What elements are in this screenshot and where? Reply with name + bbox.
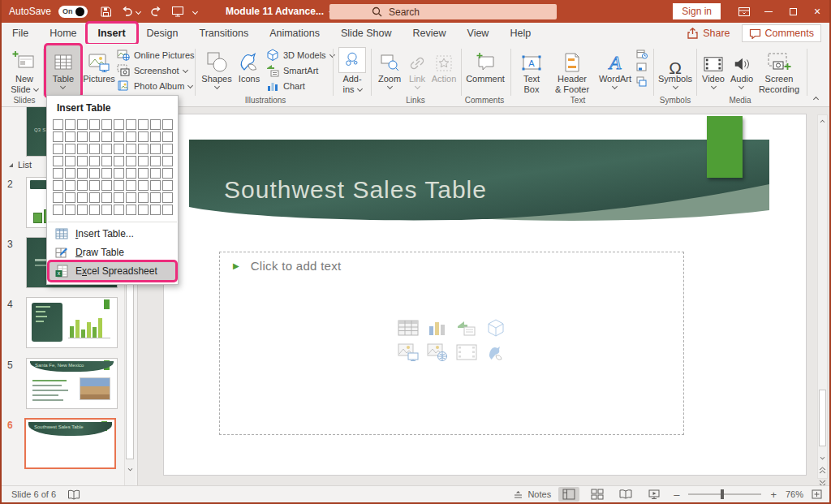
table-grid-cell[interactable] (89, 180, 100, 191)
table-grid-cell[interactable] (138, 156, 149, 166)
text-box-button[interactable]: A TextBox (515, 45, 548, 96)
tab-view[interactable]: View (457, 24, 500, 43)
zoom-slider[interactable] (688, 493, 761, 495)
notes-toggle[interactable]: Notes (513, 489, 551, 499)
table-grid-cell[interactable] (89, 156, 100, 166)
pictures-button[interactable]: Pictures (83, 45, 115, 96)
insert-video-placeholder-icon[interactable] (456, 343, 477, 361)
table-grid-cell[interactable] (65, 131, 75, 142)
table-grid-cell[interactable] (89, 144, 100, 154)
table-grid-cell[interactable] (89, 205, 100, 215)
table-grid-cell[interactable] (114, 180, 124, 191)
scrollbar-thumb[interactable] (819, 390, 826, 446)
table-grid-cell[interactable] (101, 168, 112, 179)
table-grid-cell[interactable] (126, 168, 136, 179)
table-grid-cell[interactable] (150, 156, 161, 166)
zoom-button[interactable]: Zoom (375, 45, 404, 96)
table-grid-cell[interactable] (101, 192, 112, 203)
table-grid-cell[interactable] (65, 192, 75, 203)
menu-item-insert-table[interactable]: Insert Table... (50, 225, 175, 243)
table-grid-cell[interactable] (53, 192, 63, 203)
shapes-button[interactable]: Shapes (200, 45, 234, 96)
insert-table-placeholder-icon[interactable] (398, 319, 419, 337)
table-grid-cell[interactable] (101, 131, 112, 142)
autosave-toggle[interactable]: On (58, 6, 88, 18)
ribbon-display-options-icon[interactable] (732, 0, 756, 23)
slide-sorter-view-button[interactable] (587, 487, 608, 502)
tab-slide-show[interactable]: Slide Show (330, 24, 403, 43)
table-button[interactable]: Table (46, 45, 80, 96)
table-grid-cell[interactable] (65, 119, 75, 130)
table-grid-cell[interactable] (65, 205, 75, 215)
table-grid-cell[interactable] (150, 205, 161, 215)
table-grid-cell[interactable] (162, 131, 173, 142)
insert-chart-placeholder-icon[interactable] (427, 319, 448, 337)
normal-view-button[interactable] (558, 487, 579, 502)
table-grid-cell[interactable] (126, 205, 136, 215)
reading-view-button[interactable] (615, 487, 636, 502)
table-grid-cell[interactable] (114, 205, 124, 215)
minimize-button[interactable] (756, 0, 781, 23)
slide-thumbnail-5[interactable]: Santa Fe, New Mexico (26, 358, 118, 409)
table-grid-cell[interactable] (150, 131, 161, 142)
table-grid-cell[interactable] (162, 119, 173, 130)
3d-models-button[interactable]: 3D Models (266, 48, 334, 62)
table-grid-cell[interactable] (89, 192, 100, 203)
table-grid-cell[interactable] (150, 144, 161, 154)
table-grid-cell[interactable] (89, 131, 100, 142)
wordart-button[interactable]: A WordArt (596, 45, 634, 96)
insert-pictures-placeholder-icon[interactable] (398, 343, 419, 361)
slide-number-icon[interactable] (636, 62, 648, 73)
table-grid-cell[interactable] (138, 192, 149, 203)
table-grid-cell[interactable] (126, 192, 136, 203)
menu-item-excel-spreadsheet[interactable]: x Excel Spreadsheet (50, 262, 175, 280)
table-grid-cell[interactable] (162, 144, 173, 154)
table-grid-cell[interactable] (162, 205, 173, 215)
table-grid-cell[interactable] (65, 180, 75, 191)
table-grid-cell[interactable] (77, 156, 88, 166)
table-grid-cell[interactable] (126, 144, 136, 154)
table-grid-cell[interactable] (114, 168, 124, 179)
table-grid-cell[interactable] (162, 156, 173, 166)
tab-insert[interactable]: Insert (88, 24, 136, 43)
table-grid-cell[interactable] (77, 168, 88, 179)
slideshow-view-button[interactable] (644, 487, 665, 502)
table-grid-cell[interactable] (114, 131, 124, 142)
tab-design[interactable]: Design (136, 24, 189, 43)
redo-button[interactable] (149, 6, 162, 17)
insert-icon-placeholder-icon[interactable] (485, 343, 506, 361)
accent-rectangle[interactable] (707, 116, 743, 178)
table-grid-cell[interactable] (53, 205, 63, 215)
table-grid-cell[interactable] (114, 144, 124, 154)
zoom-in-button[interactable]: + (769, 489, 778, 501)
table-grid-cell[interactable] (89, 119, 100, 130)
table-grid-cell[interactable] (162, 168, 173, 179)
table-grid-cell[interactable] (126, 131, 136, 142)
accessibility-book-icon[interactable] (67, 489, 80, 500)
tab-file[interactable]: File (2, 24, 39, 43)
table-grid-cell[interactable] (114, 156, 124, 166)
table-grid-cell[interactable] (150, 168, 161, 179)
table-grid-cell[interactable] (126, 119, 136, 130)
table-grid-cell[interactable] (53, 168, 63, 179)
table-grid-cell[interactable] (138, 119, 149, 130)
vertical-scrollbar[interactable] (817, 114, 828, 479)
tab-home[interactable]: Home (39, 24, 87, 43)
collapse-ribbon-icon[interactable] (813, 97, 819, 102)
zoom-out-button[interactable]: – (672, 489, 681, 501)
table-grid-cell[interactable] (89, 168, 100, 179)
scroll-up-button[interactable] (818, 116, 827, 127)
undo-button[interactable] (121, 6, 140, 17)
icons-button[interactable]: Icons (235, 45, 264, 96)
share-button[interactable]: Share (680, 25, 736, 41)
table-grid-cell[interactable] (101, 156, 112, 166)
table-grid-cell[interactable] (77, 205, 88, 215)
insert-stock-images-placeholder-icon[interactable] (427, 343, 448, 361)
zoom-percentage[interactable]: 76% (786, 489, 803, 499)
symbols-button[interactable]: Ω Symbols (657, 45, 693, 96)
audio-button[interactable]: Audio (729, 45, 755, 96)
new-slide-button[interactable]: NewSlide (6, 45, 42, 96)
table-grid-cell[interactable] (53, 156, 63, 166)
table-grid-cell[interactable] (65, 144, 75, 154)
table-grid-cell[interactable] (138, 205, 149, 215)
